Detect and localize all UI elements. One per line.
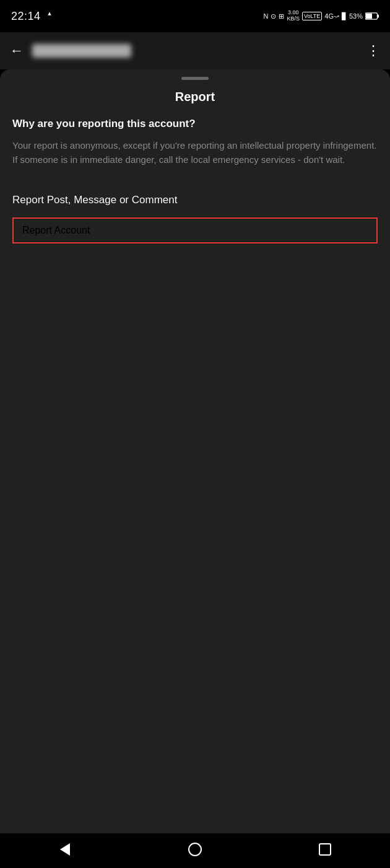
location-icon	[45, 11, 54, 21]
nav-left: ←	[10, 43, 131, 59]
handle-bar	[181, 77, 209, 80]
more-options-button[interactable]: ⋮	[366, 43, 380, 59]
network-speed: 3.00KB/S	[287, 10, 300, 22]
report-sheet: Report Why are you reporting this accoun…	[0, 69, 390, 833]
recents-nav-icon	[319, 843, 331, 856]
battery-icon	[365, 12, 379, 20]
back-nav-button[interactable]	[50, 835, 80, 864]
status-icons: N ⊙ ⊞ 3.00KB/S VoLTE 4G⤻ ▊ 53%	[263, 10, 379, 22]
username-blurred	[32, 44, 131, 58]
report-account-option[interactable]: Report Account	[12, 217, 378, 243]
back-nav-icon	[60, 843, 70, 856]
nav-bar: ← ⋮	[0, 32, 390, 69]
svg-rect-1	[366, 14, 372, 19]
sheet-handle	[12, 69, 378, 85]
status-bar: 22:14 N ⊙ ⊞ 3.00KB/S VoLTE 4G⤻ ▊ 53%	[0, 0, 390, 32]
report-account-label: Report Account	[22, 225, 90, 235]
recents-nav-button[interactable]	[310, 835, 340, 864]
bluetooth-icon: ⊙	[271, 12, 276, 20]
sheet-title: Report	[12, 85, 378, 118]
battery-percent: 53%	[349, 12, 363, 20]
signal-icon: ▊	[342, 12, 347, 20]
vibrate-icon: ⊞	[279, 12, 284, 20]
nfc-icon: N	[263, 12, 268, 20]
svg-rect-2	[377, 14, 379, 17]
4g-icon: 4G⤻	[324, 12, 339, 20]
status-time: 22:14	[11, 10, 54, 23]
report-post-option[interactable]: Report Post, Message or Comment	[12, 185, 378, 215]
report-description: Your report is anonymous, except if you'…	[12, 139, 378, 167]
back-button[interactable]: ←	[10, 43, 24, 59]
clock: 22:14	[11, 10, 41, 23]
lte-icon: VoLTE	[302, 12, 322, 20]
home-nav-button[interactable]	[180, 835, 210, 864]
report-question: Why are you reporting this account?	[12, 118, 378, 130]
home-nav-icon	[188, 843, 202, 856]
bottom-nav	[0, 833, 390, 868]
